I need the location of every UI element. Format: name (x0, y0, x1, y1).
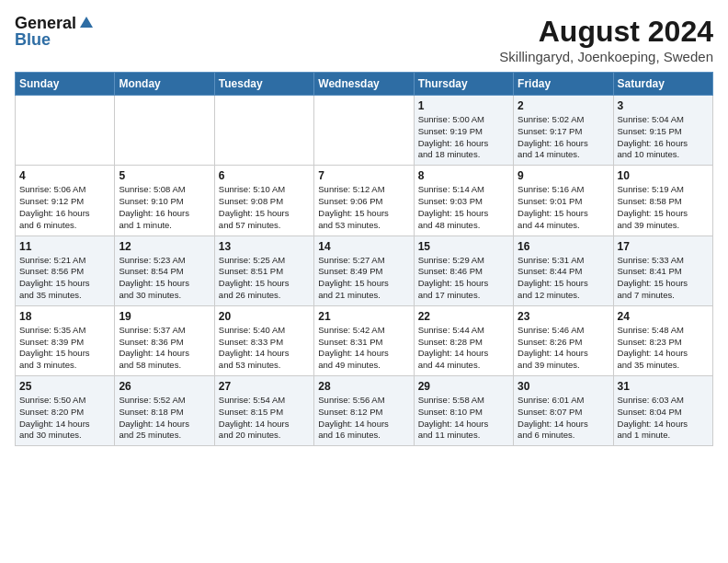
calendar-cell: 15Sunrise: 5:29 AM Sunset: 8:46 PM Dayli… (414, 236, 513, 305)
calendar-cell: 3Sunrise: 5:04 AM Sunset: 9:15 PM Daylig… (613, 96, 712, 166)
day-number: 19 (119, 310, 210, 323)
header-day-wednesday: Wednesday (314, 73, 414, 96)
day-info: Sunrise: 5:31 AM Sunset: 8:44 PM Dayligh… (518, 255, 609, 302)
header-day-tuesday: Tuesday (214, 73, 313, 96)
calendar-cell: 20Sunrise: 5:40 AM Sunset: 8:33 PM Dayli… (214, 305, 313, 375)
week-row-4: 18Sunrise: 5:35 AM Sunset: 8:39 PM Dayli… (16, 305, 713, 375)
day-number: 12 (119, 240, 210, 253)
calendar-cell: 18Sunrise: 5:35 AM Sunset: 8:39 PM Dayli… (16, 305, 115, 375)
day-number: 6 (219, 169, 310, 182)
day-number: 31 (618, 380, 709, 393)
title-block: August 2024 Skillingaryd, Joenkoeping, S… (499, 15, 713, 64)
calendar-cell (214, 96, 313, 166)
calendar-cell: 6Sunrise: 5:10 AM Sunset: 9:08 PM Daylig… (214, 166, 313, 236)
day-number: 25 (19, 380, 110, 393)
calendar-table: SundayMondayTuesdayWednesdayThursdayFrid… (15, 72, 713, 446)
day-info: Sunrise: 5:14 AM Sunset: 9:03 PM Dayligh… (418, 184, 509, 231)
day-info: Sunrise: 5:40 AM Sunset: 8:33 PM Dayligh… (219, 325, 310, 372)
day-info: Sunrise: 5:46 AM Sunset: 8:26 PM Dayligh… (518, 325, 609, 372)
calendar-cell (115, 96, 214, 166)
header-day-thursday: Thursday (414, 73, 513, 96)
week-row-2: 4Sunrise: 5:06 AM Sunset: 9:12 PM Daylig… (16, 166, 713, 236)
calendar-cell: 14Sunrise: 5:27 AM Sunset: 8:49 PM Dayli… (314, 236, 414, 305)
header-row: SundayMondayTuesdayWednesdayThursdayFrid… (16, 73, 713, 96)
day-number: 22 (418, 310, 509, 323)
day-number: 20 (219, 310, 310, 323)
calendar-cell: 1Sunrise: 5:00 AM Sunset: 9:19 PM Daylig… (414, 96, 513, 166)
calendar-cell: 23Sunrise: 5:46 AM Sunset: 8:26 PM Dayli… (514, 305, 613, 375)
calendar-cell: 19Sunrise: 5:37 AM Sunset: 8:36 PM Dayli… (115, 305, 214, 375)
day-info: Sunrise: 5:02 AM Sunset: 9:17 PM Dayligh… (518, 114, 609, 161)
header-day-saturday: Saturday (613, 73, 712, 96)
calendar-cell: 26Sunrise: 5:52 AM Sunset: 8:18 PM Dayli… (115, 376, 214, 446)
day-info: Sunrise: 5:12 AM Sunset: 9:06 PM Dayligh… (318, 184, 409, 231)
day-number: 26 (119, 380, 210, 393)
calendar-cell: 8Sunrise: 5:14 AM Sunset: 9:03 PM Daylig… (414, 166, 513, 236)
day-number: 28 (318, 380, 409, 393)
day-info: Sunrise: 5:08 AM Sunset: 9:10 PM Dayligh… (119, 184, 210, 231)
calendar-cell: 31Sunrise: 6:03 AM Sunset: 8:04 PM Dayli… (613, 376, 712, 446)
day-info: Sunrise: 5:04 AM Sunset: 9:15 PM Dayligh… (618, 114, 709, 161)
logo-icon (78, 15, 95, 31)
calendar-subtitle: Skillingaryd, Joenkoeping, Sweden (499, 49, 713, 64)
day-info: Sunrise: 5:21 AM Sunset: 8:56 PM Dayligh… (19, 255, 110, 302)
calendar-cell: 27Sunrise: 5:54 AM Sunset: 8:15 PM Dayli… (214, 376, 313, 446)
logo: General Blue (15, 15, 95, 48)
day-number: 1 (418, 99, 509, 112)
day-info: Sunrise: 5:27 AM Sunset: 8:49 PM Dayligh… (318, 255, 409, 302)
day-number: 21 (318, 310, 409, 323)
calendar-cell: 25Sunrise: 5:50 AM Sunset: 8:20 PM Dayli… (16, 376, 115, 446)
day-info: Sunrise: 5:10 AM Sunset: 9:08 PM Dayligh… (219, 184, 310, 231)
calendar-cell: 11Sunrise: 5:21 AM Sunset: 8:56 PM Dayli… (16, 236, 115, 305)
day-number: 14 (318, 240, 409, 253)
calendar-cell: 13Sunrise: 5:25 AM Sunset: 8:51 PM Dayli… (214, 236, 313, 305)
week-row-3: 11Sunrise: 5:21 AM Sunset: 8:56 PM Dayli… (16, 236, 713, 305)
day-info: Sunrise: 5:56 AM Sunset: 8:12 PM Dayligh… (318, 395, 409, 442)
calendar-cell: 22Sunrise: 5:44 AM Sunset: 8:28 PM Dayli… (414, 305, 513, 375)
day-info: Sunrise: 5:52 AM Sunset: 8:18 PM Dayligh… (119, 395, 210, 442)
calendar-cell: 17Sunrise: 5:33 AM Sunset: 8:41 PM Dayli… (613, 236, 712, 305)
day-number: 9 (518, 169, 609, 182)
logo-general-text: General (15, 15, 76, 31)
calendar-cell: 21Sunrise: 5:42 AM Sunset: 8:31 PM Dayli… (314, 305, 414, 375)
calendar-cell: 16Sunrise: 5:31 AM Sunset: 8:44 PM Dayli… (514, 236, 613, 305)
day-info: Sunrise: 5:58 AM Sunset: 8:10 PM Dayligh… (418, 395, 509, 442)
day-number: 17 (618, 240, 709, 253)
calendar-cell (16, 96, 115, 166)
day-number: 24 (618, 310, 709, 323)
day-number: 29 (418, 380, 509, 393)
calendar-title: August 2024 (499, 15, 713, 49)
calendar-cell: 28Sunrise: 5:56 AM Sunset: 8:12 PM Dayli… (314, 376, 414, 446)
day-number: 16 (518, 240, 609, 253)
calendar-cell: 2Sunrise: 5:02 AM Sunset: 9:17 PM Daylig… (514, 96, 613, 166)
day-number: 5 (119, 169, 210, 182)
day-number: 27 (219, 380, 310, 393)
calendar-cell: 5Sunrise: 5:08 AM Sunset: 9:10 PM Daylig… (115, 166, 214, 236)
day-info: Sunrise: 5:23 AM Sunset: 8:54 PM Dayligh… (119, 255, 210, 302)
week-row-5: 25Sunrise: 5:50 AM Sunset: 8:20 PM Dayli… (16, 376, 713, 446)
day-number: 11 (19, 240, 110, 253)
day-info: Sunrise: 5:33 AM Sunset: 8:41 PM Dayligh… (618, 255, 709, 302)
day-number: 10 (618, 169, 709, 182)
day-info: Sunrise: 6:03 AM Sunset: 8:04 PM Dayligh… (618, 395, 709, 442)
day-number: 30 (518, 380, 609, 393)
calendar-cell: 24Sunrise: 5:48 AM Sunset: 8:23 PM Dayli… (613, 305, 712, 375)
day-number: 7 (318, 169, 409, 182)
day-info: Sunrise: 5:50 AM Sunset: 8:20 PM Dayligh… (19, 395, 110, 442)
header-day-monday: Monday (115, 73, 214, 96)
calendar-cell: 7Sunrise: 5:12 AM Sunset: 9:06 PM Daylig… (314, 166, 414, 236)
day-info: Sunrise: 5:19 AM Sunset: 8:58 PM Dayligh… (618, 184, 709, 231)
day-info: Sunrise: 6:01 AM Sunset: 8:07 PM Dayligh… (518, 395, 609, 442)
day-info: Sunrise: 5:54 AM Sunset: 8:15 PM Dayligh… (219, 395, 310, 442)
day-number: 13 (219, 240, 310, 253)
day-number: 18 (19, 310, 110, 323)
calendar-cell: 4Sunrise: 5:06 AM Sunset: 9:12 PM Daylig… (16, 166, 115, 236)
day-number: 23 (518, 310, 609, 323)
header-day-sunday: Sunday (16, 73, 115, 96)
day-number: 3 (618, 99, 709, 112)
day-info: Sunrise: 5:37 AM Sunset: 8:36 PM Dayligh… (119, 325, 210, 372)
calendar-cell: 12Sunrise: 5:23 AM Sunset: 8:54 PM Dayli… (115, 236, 214, 305)
header-day-friday: Friday (514, 73, 613, 96)
day-number: 15 (418, 240, 509, 253)
day-info: Sunrise: 5:48 AM Sunset: 8:23 PM Dayligh… (618, 325, 709, 372)
